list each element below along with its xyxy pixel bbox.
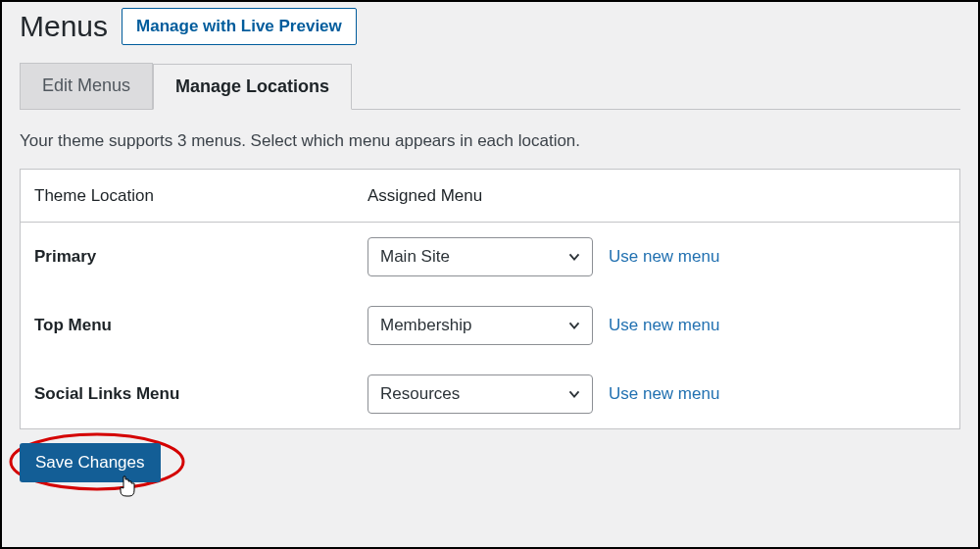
location-label: Top Menu <box>34 316 368 335</box>
table-row: Social Links Menu Resources Use new menu <box>21 360 959 428</box>
locations-table: Theme Location Assigned Menu Primary Mai… <box>20 169 960 429</box>
assigned-menu-select-top[interactable]: Membership <box>368 306 593 345</box>
table-row: Primary Main Site Use new menu <box>21 223 959 291</box>
submit-row: Save Changes <box>20 443 960 482</box>
location-label: Social Links Menu <box>34 384 368 404</box>
save-changes-button[interactable]: Save Changes <box>20 443 161 482</box>
tab-edit-menus[interactable]: Edit Menus <box>20 63 153 109</box>
use-new-menu-link[interactable]: Use new menu <box>609 316 719 335</box>
page-title: Menus <box>20 10 108 43</box>
menus-screen: Menus Manage with Live Preview Edit Menu… <box>0 0 980 549</box>
col-header-assigned: Assigned Menu <box>368 186 482 206</box>
assigned-menu-select-social[interactable]: Resources <box>368 374 593 414</box>
location-label: Primary <box>34 247 368 267</box>
use-new-menu-link[interactable]: Use new menu <box>609 384 719 404</box>
tab-manage-locations[interactable]: Manage Locations <box>153 64 352 110</box>
assigned-menu-select-primary[interactable]: Main Site <box>368 237 593 276</box>
use-new-menu-link[interactable]: Use new menu <box>609 247 719 267</box>
header-row: Menus Manage with Live Preview <box>20 8 960 45</box>
table-header: Theme Location Assigned Menu <box>21 170 959 223</box>
manage-live-preview-button[interactable]: Manage with Live Preview <box>122 8 357 45</box>
helper-text: Your theme supports 3 menus. Select whic… <box>20 131 960 151</box>
col-header-location: Theme Location <box>34 186 368 206</box>
tabs: Edit Menus Manage Locations <box>20 63 960 110</box>
table-row: Top Menu Membership Use new menu <box>21 291 959 360</box>
